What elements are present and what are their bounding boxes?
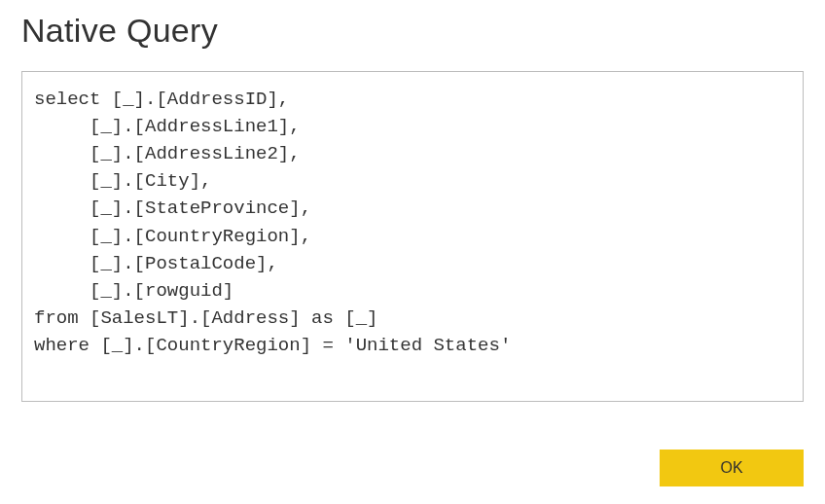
dialog-footer: OK <box>660 450 804 486</box>
dialog-title: Native Query <box>21 12 804 50</box>
ok-button[interactable]: OK <box>660 450 804 486</box>
native-query-content: select [_].[AddressID], [_].[AddressLine… <box>21 71 804 402</box>
